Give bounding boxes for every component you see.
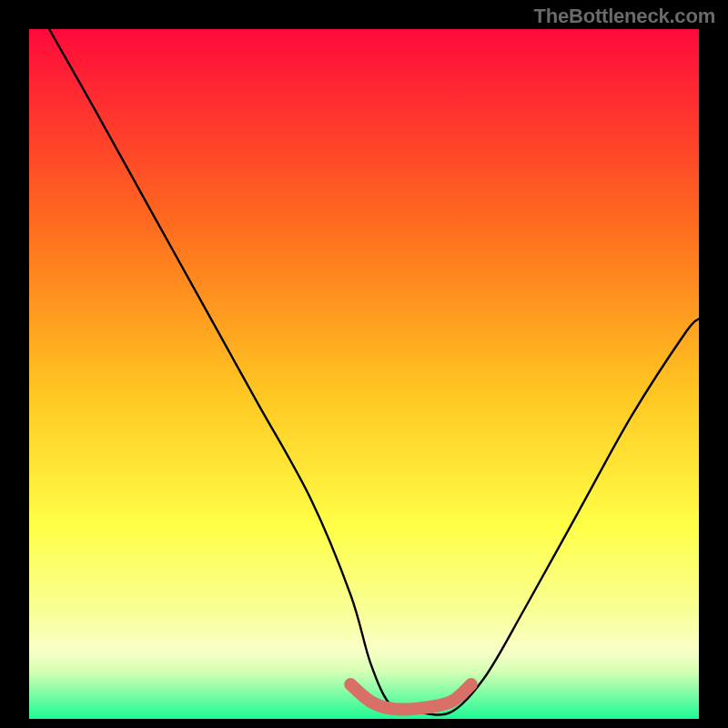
bottleneck-chart (0, 0, 728, 728)
chart-frame: TheBottleneck.com (0, 0, 728, 728)
gradient-background (29, 29, 699, 719)
watermark-text: TheBottleneck.com (533, 5, 715, 28)
